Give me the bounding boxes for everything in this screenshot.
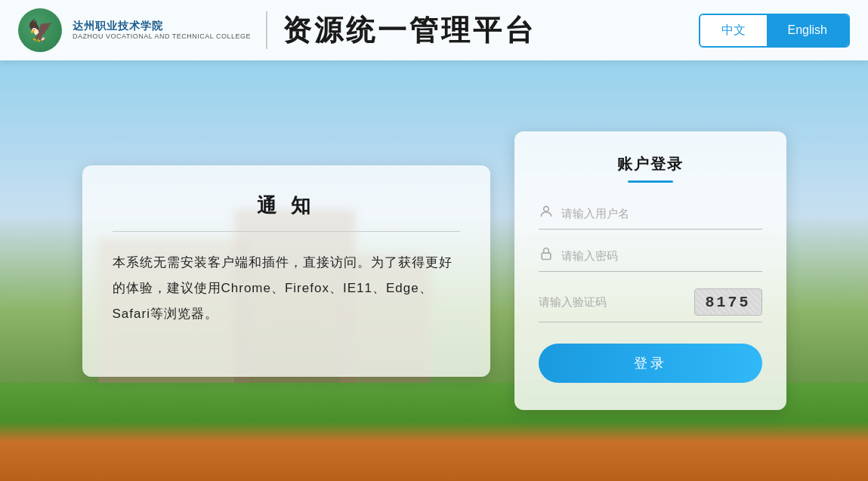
logo-circle: 🦅 (18, 8, 62, 52)
lock-icon (539, 246, 554, 265)
notice-card: 通 知 本系统无需安装客户端和插件，直接访问。为了获得更好的体验，建议使用Chr… (82, 165, 490, 377)
header-divider (266, 11, 267, 49)
header-title: 资源统一管理平台 (283, 11, 698, 50)
login-button[interactable]: 登录 (539, 344, 762, 383)
user-icon (539, 204, 554, 223)
logo-zh-text: 达州职业技术学院 (73, 20, 251, 32)
login-title-underline (628, 180, 673, 183)
password-input[interactable] (561, 249, 762, 262)
notice-title: 通 知 (113, 193, 460, 219)
captcha-row: 请输入验证码 8175 (539, 288, 762, 322)
captcha-label: 请输入验证码 (539, 295, 687, 310)
username-group (539, 204, 762, 230)
notice-body: 本系统无需安装客户端和插件，直接访问。为了获得更好的体验，建议使用Chrome、… (113, 250, 460, 327)
captcha-image[interactable]: 8175 (694, 288, 762, 316)
svg-point-0 (543, 206, 548, 211)
login-card: 账户登录 请输入验证码 8175 (514, 131, 786, 410)
notice-divider (113, 231, 460, 232)
svg-rect-1 (542, 253, 551, 259)
login-title: 账户登录 (539, 154, 762, 174)
logo-en-text: DAZHOU VOCATIONAL AND TECHNICAL COLLEGE (73, 32, 251, 41)
main-content: 通 知 本系统无需安装客户端和插件，直接访问。为了获得更好的体验，建议使用Chr… (0, 60, 868, 481)
logo-icon: 🦅 (27, 18, 54, 43)
header: 🦅 达州职业技术学院 DAZHOU VOCATIONAL AND TECHNIC… (0, 0, 868, 60)
language-switcher: 中文 English (699, 14, 850, 48)
lang-en-button[interactable]: English (767, 15, 848, 46)
logo-text-block: 达州职业技术学院 DAZHOU VOCATIONAL AND TECHNICAL… (73, 20, 251, 41)
username-input[interactable] (561, 207, 762, 220)
lang-zh-button[interactable]: 中文 (700, 15, 767, 46)
password-group (539, 246, 762, 272)
logo-area: 🦅 达州职业技术学院 DAZHOU VOCATIONAL AND TECHNIC… (18, 8, 251, 52)
